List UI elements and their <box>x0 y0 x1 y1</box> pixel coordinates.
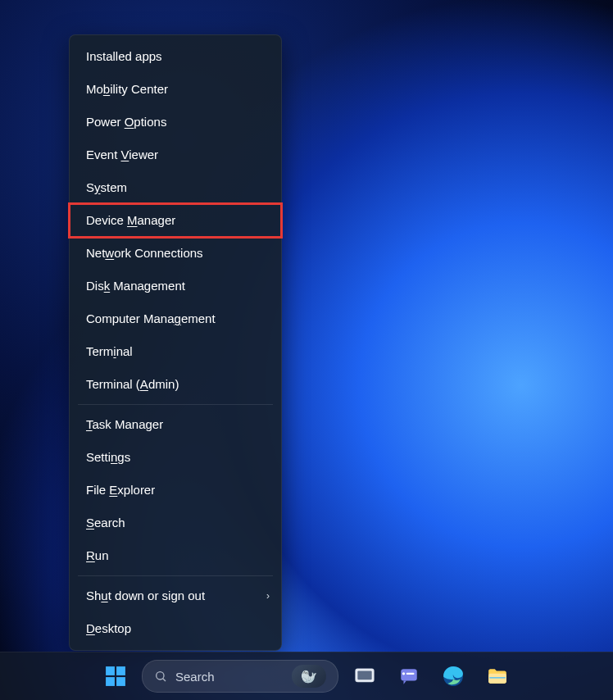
start-button[interactable] <box>98 658 134 694</box>
menu-item-system[interactable]: System <box>70 171 281 204</box>
file-explorer-button[interactable] <box>479 658 515 694</box>
menu-separator <box>78 575 273 576</box>
menu-item-label: Terminal <box>86 344 133 358</box>
menu-item-shut-down-or-sign-out[interactable]: Shut down or sign out› <box>70 580 281 612</box>
taskbar: Search 🦭 <box>0 652 613 700</box>
svg-rect-2 <box>106 677 115 686</box>
task-view-icon <box>354 666 375 687</box>
svg-rect-14 <box>489 677 506 679</box>
menu-item-computer-management[interactable]: Computer Management <box>70 302 281 335</box>
menu-item-terminal[interactable]: Terminal <box>70 335 281 368</box>
menu-item-power-options[interactable]: Power Options <box>70 106 281 139</box>
menu-item-label: Power Options <box>86 115 166 129</box>
menu-item-label: Network Connections <box>86 246 203 260</box>
edge-button[interactable] <box>435 658 471 694</box>
winx-context-menu: Installed appsMobility CenterPower Optio… <box>69 34 282 651</box>
chevron-right-icon: › <box>266 580 270 612</box>
menu-item-label: Computer Management <box>86 311 216 325</box>
svg-rect-8 <box>357 671 371 680</box>
menu-item-device-manager[interactable]: Device Manager <box>70 204 281 237</box>
menu-item-label: Task Manager <box>86 417 163 431</box>
svg-point-10 <box>402 672 405 675</box>
menu-item-label: System <box>86 180 127 194</box>
menu-item-label: File Explorer <box>86 483 155 497</box>
search-icon <box>154 670 167 683</box>
svg-rect-11 <box>406 673 415 675</box>
menu-item-terminal-admin[interactable]: Terminal (Admin) <box>70 368 281 401</box>
search-widget-icon: 🦭 <box>292 665 326 688</box>
svg-point-4 <box>157 672 164 680</box>
menu-item-search[interactable]: Search <box>70 507 281 539</box>
menu-item-label: Desktop <box>86 621 131 635</box>
menu-item-label: Device Manager <box>86 213 175 227</box>
menu-item-run[interactable]: Run <box>70 539 281 572</box>
menu-item-network-connections[interactable]: Network Connections <box>70 237 281 270</box>
menu-item-label: Event Viewer <box>86 148 158 161</box>
menu-item-label: Disk Management <box>86 279 185 293</box>
svg-line-5 <box>163 679 166 681</box>
taskbar-search[interactable]: Search 🦭 <box>142 660 338 693</box>
menu-item-task-manager[interactable]: Task Manager <box>70 408 281 441</box>
menu-item-settings[interactable]: Settings <box>70 441 281 474</box>
edge-icon <box>443 666 464 687</box>
menu-item-installed-apps[interactable]: Installed apps <box>70 40 281 73</box>
menu-item-label: Run <box>86 548 109 562</box>
menu-item-disk-management[interactable]: Disk Management <box>70 270 281 302</box>
chat-icon <box>398 666 420 687</box>
menu-item-event-viewer[interactable]: Event Viewer <box>70 139 281 171</box>
menu-item-label: Shut down or sign out <box>86 589 205 602</box>
svg-rect-0 <box>106 666 115 675</box>
menu-item-label: Installed apps <box>86 49 162 63</box>
svg-rect-9 <box>401 669 417 680</box>
menu-item-label: Terminal (Admin) <box>86 377 179 391</box>
menu-item-desktop[interactable]: Desktop <box>70 612 281 645</box>
menu-item-label: Mobility Center <box>86 82 168 96</box>
svg-rect-13 <box>488 674 506 684</box>
task-view-button[interactable] <box>347 658 383 694</box>
folder-icon <box>487 666 508 687</box>
menu-item-label: Settings <box>86 450 130 464</box>
menu-item-file-explorer[interactable]: File Explorer <box>70 474 281 507</box>
svg-rect-1 <box>116 666 125 675</box>
search-placeholder: Search <box>175 670 215 684</box>
menu-item-label: Search <box>86 516 125 530</box>
menu-separator <box>78 404 273 405</box>
menu-item-mobility-center[interactable]: Mobility Center <box>70 73 281 106</box>
windows-logo-icon <box>105 666 126 687</box>
chat-button[interactable] <box>391 658 427 694</box>
svg-rect-3 <box>116 677 125 686</box>
